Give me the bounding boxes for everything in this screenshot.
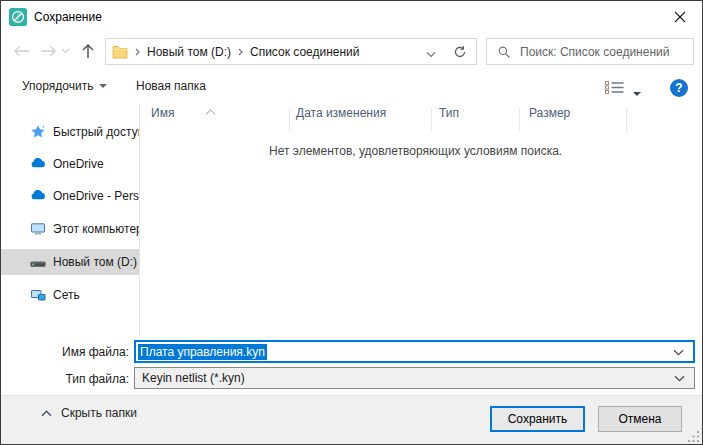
new-folder-button[interactable]: Новая папка bbox=[136, 79, 206, 93]
details-view-icon bbox=[605, 81, 624, 94]
help-button[interactable]: ? bbox=[670, 79, 688, 97]
file-type-label: Тип файла: bbox=[1, 372, 129, 386]
hide-folders-button[interactable]: Скрыть папки bbox=[41, 406, 137, 420]
column-separator[interactable] bbox=[626, 108, 627, 131]
chevron-down-icon bbox=[426, 51, 436, 58]
navigation-pane: Быстрый доступ OneDrive OneDrive - Perso bbox=[1, 104, 140, 336]
chevron-down-icon bbox=[633, 92, 641, 96]
sidebar-item-label: Сеть bbox=[53, 288, 80, 302]
help-icon: ? bbox=[675, 81, 682, 95]
sidebar-item-label: OneDrive bbox=[53, 157, 104, 171]
sidebar-item-label: Новый том (D:) bbox=[53, 255, 137, 269]
sidebar-item-onedrive[interactable]: OneDrive bbox=[1, 151, 140, 177]
app-icon bbox=[9, 8, 27, 26]
close-icon bbox=[674, 11, 686, 23]
file-name-label: Имя файла: bbox=[1, 345, 129, 359]
organize-label: Упорядочить bbox=[22, 79, 93, 93]
column-separator[interactable] bbox=[431, 108, 432, 131]
refresh-icon bbox=[453, 45, 467, 59]
back-arrow-icon bbox=[13, 44, 30, 58]
empty-results-message: Нет элементов, удовлетворяющих условиям … bbox=[269, 144, 562, 158]
sort-ascending-icon bbox=[205, 104, 216, 118]
change-view-button[interactable] bbox=[605, 81, 624, 97]
up-arrow-icon bbox=[81, 43, 95, 59]
chevron-down-icon bbox=[99, 84, 107, 88]
search-box[interactable] bbox=[486, 38, 694, 65]
chevron-down-icon bbox=[61, 48, 70, 54]
file-list-pane[interactable]: Имя Дата изменения Тип Размер Нет элемен… bbox=[141, 104, 702, 336]
drive-icon bbox=[30, 254, 46, 270]
cloud-icon bbox=[30, 188, 46, 204]
close-button[interactable] bbox=[657, 1, 702, 32]
chevron-down-icon[interactable] bbox=[673, 345, 684, 359]
column-header-type[interactable]: Тип bbox=[439, 106, 459, 132]
breadcrumb-item-drive[interactable]: Новый том (D:) bbox=[147, 45, 231, 59]
up-button[interactable] bbox=[78, 42, 98, 60]
file-name-value: Плата управления.kyn bbox=[138, 344, 267, 360]
file-type-value: Keyin netlist (*.kyn) bbox=[142, 371, 245, 385]
refresh-button[interactable] bbox=[444, 38, 477, 65]
chevron-down-icon[interactable] bbox=[674, 371, 685, 385]
recent-locations-button[interactable] bbox=[59, 42, 71, 60]
sidebar-item-quick-access[interactable]: Быстрый доступ bbox=[1, 119, 140, 145]
breadcrumb-separator-icon bbox=[135, 48, 140, 56]
sidebar-item-label: Этот компьютер bbox=[53, 222, 140, 236]
column-separator[interactable] bbox=[519, 108, 520, 131]
breadcrumb-dropdown-button[interactable] bbox=[426, 47, 436, 61]
breadcrumb-item-folder[interactable]: Список соединений bbox=[250, 45, 360, 59]
column-separator[interactable] bbox=[289, 108, 290, 131]
resize-grip[interactable] bbox=[688, 431, 700, 443]
breadcrumb-separator-icon bbox=[238, 48, 243, 56]
new-folder-label: Новая папка bbox=[136, 79, 206, 93]
cancel-button[interactable]: Отмена bbox=[598, 406, 682, 432]
sidebar-item-this-pc[interactable]: Этот компьютер bbox=[1, 216, 140, 242]
forward-arrow-icon bbox=[40, 44, 57, 58]
hide-folders-label: Скрыть папки bbox=[61, 406, 137, 420]
sidebar-item-onedrive-personal[interactable]: OneDrive - Perso bbox=[1, 183, 140, 209]
star-icon bbox=[30, 124, 46, 140]
forward-button[interactable] bbox=[38, 42, 58, 60]
organize-button[interactable]: Упорядочить bbox=[22, 79, 107, 93]
main-area: Быстрый доступ OneDrive OneDrive - Perso bbox=[1, 104, 702, 336]
folder-icon bbox=[112, 45, 128, 59]
cloud-icon bbox=[30, 156, 46, 172]
navigation-bar: Новый том (D:) Список соединений bbox=[1, 32, 702, 70]
title-bar: Сохранение bbox=[1, 1, 702, 32]
search-input[interactable] bbox=[520, 45, 693, 59]
sidebar-item-label: Быстрый доступ bbox=[53, 125, 140, 139]
network-icon bbox=[30, 287, 46, 303]
chevron-up-icon bbox=[41, 410, 52, 417]
column-header-date-modified[interactable]: Дата изменения bbox=[296, 106, 386, 132]
file-name-input[interactable]: Плата управления.kyn bbox=[134, 340, 695, 363]
file-fields-area: Имя файла: Плата управления.kyn Тип файл… bbox=[1, 336, 702, 395]
footer-bar: Скрыть папки Сохранить Отмена bbox=[1, 395, 702, 445]
search-icon bbox=[497, 45, 511, 59]
sidebar-item-network[interactable]: Сеть bbox=[1, 282, 140, 308]
sidebar-item-new-volume-d[interactable]: Новый том (D:) bbox=[1, 249, 140, 275]
window-title: Сохранение bbox=[34, 10, 102, 24]
save-button[interactable]: Сохранить bbox=[490, 406, 585, 432]
file-type-select[interactable]: Keyin netlist (*.kyn) bbox=[134, 367, 695, 389]
column-header-name[interactable]: Имя bbox=[151, 106, 174, 132]
sidebar-item-label: OneDrive - Perso bbox=[53, 189, 140, 203]
computer-icon bbox=[30, 221, 46, 237]
view-dropdown-button[interactable] bbox=[633, 85, 641, 99]
command-toolbar: Упорядочить Новая папка bbox=[1, 70, 702, 104]
column-header-size[interactable]: Размер bbox=[529, 106, 570, 132]
back-button[interactable] bbox=[11, 42, 31, 60]
breadcrumb[interactable]: Новый том (D:) Список соединений bbox=[105, 38, 445, 65]
save-dialog-window: Сохранение Новый том (D:) bbox=[0, 0, 703, 445]
